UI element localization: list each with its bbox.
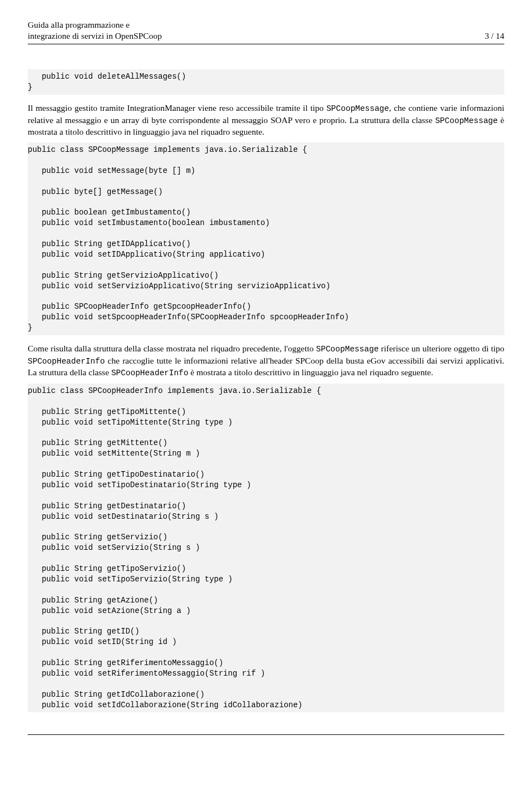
header-title: Guida alla programmazione e integrazione…	[28, 19, 162, 42]
para1-pre: Il messaggio gestito tramite Integration…	[28, 103, 326, 113]
para1-code1: SPCoopMessage	[326, 104, 389, 113]
footer-rule	[28, 734, 504, 735]
para2-post: è mostrata a titolo descrittivo in lingu…	[188, 367, 433, 377]
paragraph-spcoopheaderinfo-intro: Come risulta dalla struttura della class…	[28, 343, 504, 379]
para2-mid1: riferisce un ulteriore oggetto di tipo	[378, 344, 504, 353]
header-title-line1: Guida alla programmazione e	[28, 20, 130, 29]
code-block-spcoopmessage: public class SPCoopMessage implements ja…	[28, 142, 504, 335]
page-indicator: 3 / 14	[485, 30, 504, 42]
para2-code1: SPCoopMessage	[316, 345, 378, 354]
paragraph-spcoopmessage-intro: Il messaggio gestito tramite Integration…	[28, 103, 504, 138]
spacer	[28, 44, 504, 69]
para2-code2: SPCoopHeaderInfo	[28, 357, 105, 366]
para1-code2: SPCoopMessage	[435, 116, 498, 125]
para2-code3: SPCoopHeaderInfo	[111, 369, 188, 377]
code-block-deleteallmessages: public void deleteAllMessages() }	[28, 69, 504, 95]
para2-pre: Come risulta dalla struttura della class…	[28, 344, 316, 353]
page-header: Guida alla programmazione e integrazione…	[28, 19, 504, 42]
code-block-spcoopheaderinfo: public class SPCoopHeaderInfo implements…	[28, 384, 504, 713]
header-title-line2: integrazione di servizi in OpenSPCoop	[28, 31, 162, 40]
page-container: Guida alla programmazione e integrazione…	[0, 0, 532, 763]
